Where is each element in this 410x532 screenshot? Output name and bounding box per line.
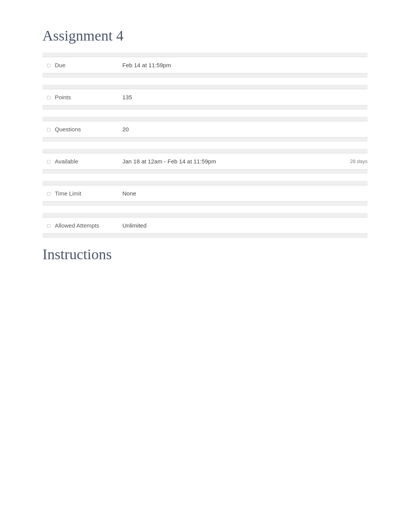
info-section: ◻ Due Feb 14 at 11:59pm ◻ Points 135 ◻ Q… — [42, 53, 368, 238]
due-label: Due — [55, 62, 122, 68]
time-limit-value: None — [122, 190, 368, 197]
instructions-title: Instructions — [42, 246, 368, 263]
page-container: Assignment 4 ◻ Due Feb 14 at 11:59pm ◻ P… — [0, 0, 410, 294]
points-value: 135 — [122, 94, 368, 100]
questions-icon: ◻ — [42, 126, 55, 132]
gap-2 — [42, 110, 368, 117]
due-value: Feb 14 at 11:59pm — [122, 62, 368, 68]
gap-1 — [42, 78, 368, 85]
points-icon: ◻ — [42, 94, 55, 100]
due-row: ◻ Due Feb 14 at 11:59pm — [42, 53, 368, 78]
available-extra: 28 days — [350, 158, 368, 164]
time-limit-label: Time Limit — [55, 190, 122, 197]
available-label: Available — [55, 158, 122, 165]
questions-row: ◻ Questions 20 — [42, 117, 368, 142]
available-icon: ◻ — [42, 158, 55, 164]
points-row: ◻ Points 135 — [42, 85, 368, 110]
time-limit-row: ◻ Time Limit None — [42, 181, 368, 206]
gap-3 — [42, 142, 368, 149]
page-title: Assignment 4 — [42, 27, 368, 44]
gap-4 — [42, 174, 368, 181]
allowed-attempts-value: Unlimited — [122, 222, 368, 229]
questions-value: 20 — [122, 126, 368, 133]
allowed-attempts-row: ◻ Allowed Attempts Unlimited — [42, 213, 368, 238]
questions-label: Questions — [55, 126, 122, 133]
time-limit-icon: ◻ — [42, 190, 55, 196]
allowed-attempts-label: Allowed Attempts — [55, 222, 122, 229]
due-icon: ◻ — [42, 62, 55, 68]
available-value: Jan 18 at 12am - Feb 14 at 11:59pm — [122, 158, 344, 165]
gap-5 — [42, 206, 368, 213]
available-row: ◻ Available Jan 18 at 12am - Feb 14 at 1… — [42, 149, 368, 174]
points-label: Points — [55, 94, 122, 100]
allowed-attempts-icon: ◻ — [42, 223, 55, 228]
